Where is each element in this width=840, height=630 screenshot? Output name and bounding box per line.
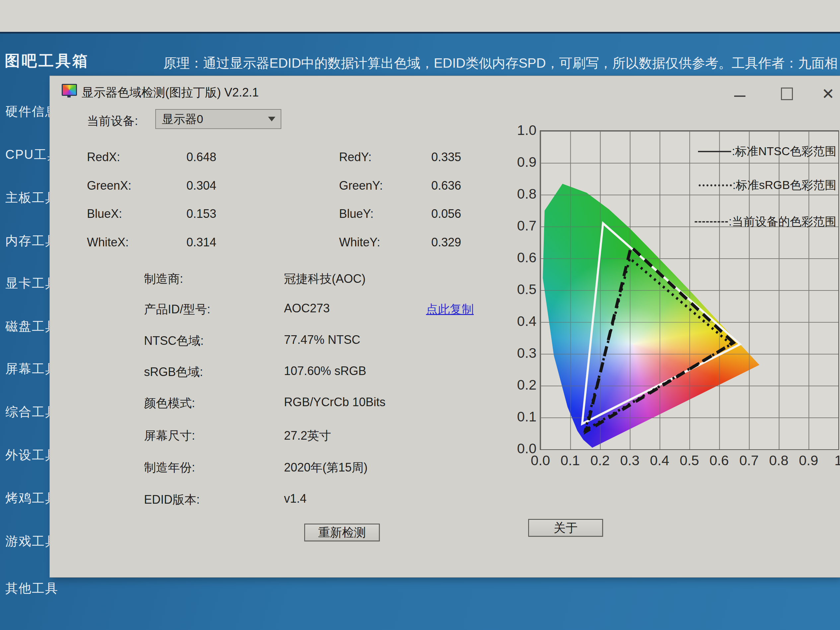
legend-ntsc-label: :标准NTSC色彩范围 [732,143,836,159]
greenx-value: 0.304 [186,179,216,193]
gamut-detect-dialog: 显示器色域检测(图拉丁版) V2.2.1 ✕ 当前设备: 显示器0 RedX: … [50,76,840,577]
y-tick: 0.7 [507,218,537,234]
redy-label: RedY: [339,150,371,164]
monitor-icon-stand [67,96,71,98]
y-tick: 0.1 [507,409,537,425]
redetect-button[interactable]: 重新检测 [304,524,380,542]
maximize-icon [781,88,793,100]
y-tick: 0.6 [507,250,537,266]
srgb-gamut-label: sRGB色域: [144,364,203,380]
product-id-label: 产品ID/型号: [144,301,210,318]
legend-srgb: :标准sRGB色彩范围 [699,177,836,193]
edid-version-value: v1.4 [284,492,306,506]
srgb-gamut-value: 107.60% sRGB [284,364,366,378]
bluey-label: BlueY: [339,207,374,221]
dialog-monitor-icon [62,84,76,96]
product-id-value: AOC273 [284,301,330,315]
whitey-label: WhiteY: [339,235,380,249]
dashed-line-icon [695,221,728,222]
legend-ntsc: :标准NTSC色彩范围 [698,143,836,159]
header-principle-note: 原理：通过显示器EDID中的数据计算出色域，EDID类似内存SPD，可刷写，所以… [163,54,840,72]
about-button-label: 关于 [554,520,578,536]
manufacturer-label: 制造商: [144,271,183,287]
y-tick: 1.0 [507,122,537,138]
ntsc-gamut-value: 77.47% NTSC [284,333,360,347]
greeny-value: 0.636 [431,179,461,193]
maximize-button[interactable] [775,85,799,102]
greenx-label: GreenX: [87,179,131,193]
edid-version-label: EDID版本: [144,492,200,508]
redetect-button-label: 重新检测 [318,524,366,541]
manufacture-year-label: 制造年份: [144,460,195,476]
y-tick: 0.5 [507,282,537,298]
y-tick: 0.8 [507,186,537,202]
current-device-label: 当前设备: [87,113,138,129]
screen-size-label: 屏幕尺寸: [144,428,195,444]
dotted-line-icon [699,184,732,186]
y-tick: 0.9 [507,154,537,170]
desktop-top-strip [0,0,840,32]
redx-value: 0.648 [186,150,216,164]
x-tick: 0.7 [735,453,763,469]
x-tick: 0.2 [586,453,614,469]
x-tick: 0.4 [646,453,673,469]
color-mode-label: 颜色模式: [144,395,195,411]
legend-device-label: :当前设备的色彩范围 [728,214,836,230]
x-tick: 0.3 [616,453,644,469]
manufacture-year-value: 2020年(第15周) [284,460,368,476]
legend-srgb-label: :标准sRGB色彩范围 [733,177,836,193]
solid-line-icon [698,151,731,152]
x-tick: 0.8 [765,453,793,469]
y-tick: 0.4 [507,313,537,329]
x-tick: 0.5 [676,453,703,469]
close-button[interactable]: ✕ [816,85,840,102]
y-tick: 0.3 [507,345,537,361]
ntsc-gamut-label: NTSC色域: [144,333,204,349]
bluey-value: 0.056 [431,207,461,221]
greeny-label: GreenY: [339,179,383,193]
sidebar-item-other-tools[interactable]: 其他工具 [5,580,58,597]
y-tick: 0.2 [507,377,537,393]
minimize-button[interactable] [728,85,752,102]
redy-value: 0.335 [431,150,461,164]
srgb-triangle [585,258,731,430]
x-tick: 0.6 [705,453,733,469]
chevron-down-icon [268,117,275,121]
whitex-value: 0.314 [186,235,216,249]
about-button[interactable]: 关于 [528,519,603,537]
close-icon: ✕ [822,85,835,103]
cie-chromaticity-chart: :标准NTSC色彩范围 :标准sRGB色彩范围 :当前设备的色彩范围 1.0 0… [540,130,839,450]
redx-label: RedX: [87,150,120,164]
legend-device: :当前设备的色彩范围 [695,214,836,230]
tuba-toolbox-window: 图吧工具箱 原理：通过显示器EDID中的数据计算出色域，EDID类似内存SPD，… [0,32,840,630]
device-dropdown-value: 显示器0 [162,112,203,127]
manufacturer-value: 冠捷科技(AOC) [284,271,366,287]
copy-link[interactable]: 点此复制 [426,301,474,318]
dialog-title: 显示器色域检测(图拉丁版) V2.2.1 [82,85,259,101]
device-triangle [586,247,734,432]
screen-size-value: 27.2英寸 [284,428,331,444]
x-tick: 0.0 [526,453,554,469]
whitex-label: WhiteX: [87,235,129,249]
bluex-value: 0.153 [186,207,216,221]
monitor-icon-screen [62,84,77,96]
x-tick: 0.1 [556,453,584,469]
device-dropdown[interactable]: 显示器0 [155,109,281,129]
whitey-value: 0.329 [431,235,461,249]
minimize-icon [734,96,745,97]
x-tick: 0.9 [794,453,823,469]
ntsc-triangle [582,223,740,424]
app-logo: 图吧工具箱 [5,51,89,71]
bluex-label: BlueX: [87,207,122,221]
color-mode-value: RGB/YCrCb 10Bits [284,395,385,409]
x-tick: 1 [824,453,840,469]
